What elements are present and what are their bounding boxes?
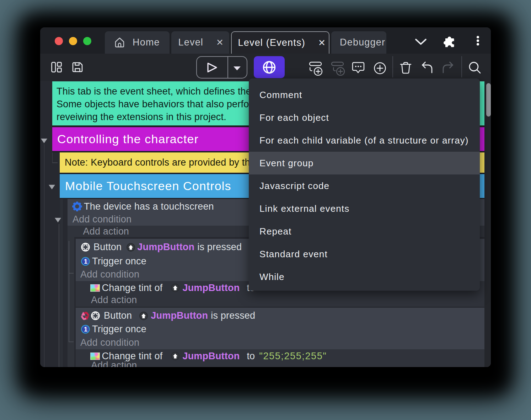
svg-text:1: 1 xyxy=(84,258,87,265)
svg-text:1: 1 xyxy=(84,326,87,333)
